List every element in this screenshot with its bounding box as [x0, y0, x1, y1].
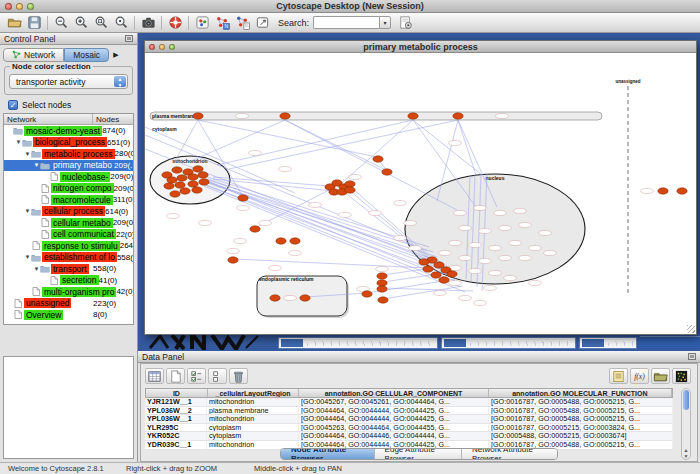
network-node[interactable]: [345, 187, 355, 193]
matrix-button[interactable]: [672, 368, 691, 384]
network-node[interactable]: [172, 167, 182, 173]
expander-icon[interactable]: ▼: [24, 254, 31, 260]
search-dropdown-arrow-icon[interactable]: ▾: [379, 16, 391, 29]
tree-row-unassigned[interactable]: unassigned223(0): [4, 298, 133, 310]
snapshot-button[interactable]: [138, 14, 158, 31]
network-node[interactable]: [677, 188, 687, 194]
network-node[interactable]: [198, 172, 208, 178]
network-node[interactable]: [300, 295, 310, 301]
search-input[interactable]: [313, 16, 379, 29]
vizmapper-button[interactable]: [192, 14, 212, 31]
zoom-selected-button[interactable]: [91, 14, 111, 31]
network-node[interactable]: [170, 191, 180, 197]
open-button[interactable]: [4, 14, 24, 31]
scrollbar-arrows[interactable]: ▲▼: [682, 447, 690, 459]
network-node[interactable]: [382, 169, 392, 175]
network-node[interactable]: [276, 238, 286, 244]
network-node[interactable]: [193, 166, 203, 172]
network-node[interactable]: [164, 183, 174, 189]
network-node[interactable]: [188, 174, 198, 180]
column-header-1[interactable]: _cellularLayoutRegion: [208, 389, 300, 397]
table-row-YJR121W__1[interactable]: YJR121W__1mitochondrion[GO:0045267, GO:0…: [145, 398, 673, 407]
tab-mosaic[interactable]: Mosaic: [64, 48, 109, 62]
tree-row-metabolic-process[interactable]: ▼metabolic process280(0): [4, 148, 133, 160]
tree-row-secretion[interactable]: secretion41(0): [4, 275, 133, 287]
network-node[interactable]: [377, 286, 387, 292]
network-node[interactable]: [177, 175, 187, 181]
network-node[interactable]: [408, 113, 418, 119]
table-row-YKR052C[interactable]: YKR052Ccytoplasm[GO:0044464, GO:0044446,…: [145, 432, 673, 441]
network-node[interactable]: [378, 297, 388, 303]
tree-row-overview[interactable]: Overview8(0): [4, 309, 133, 321]
network-node[interactable]: [431, 272, 441, 278]
network-from-selection-button[interactable]: N: [212, 14, 232, 31]
tree-row-macromolecule[interactable]: macromolecule311(0): [4, 194, 133, 206]
tab-network[interactable]: Network: [3, 48, 64, 62]
network-canvas[interactable]: plasma membranecytoplasmmitochondrionnuc…: [145, 53, 696, 334]
tree-row-cell-communicat[interactable]: cell communicat22(0): [4, 229, 133, 241]
expander-icon[interactable]: ▼: [33, 266, 40, 272]
new-attribute-button[interactable]: [166, 368, 185, 384]
network-node[interactable]: [290, 238, 300, 244]
expander-icon[interactable]: ▼: [24, 151, 31, 157]
background-window-fragment[interactable]: [640, 336, 700, 349]
network-node[interactable]: [439, 277, 449, 283]
network-node[interactable]: [423, 266, 433, 272]
tab-overflow-arrow-icon[interactable]: ▶: [113, 51, 118, 59]
column-header-2[interactable]: annotation.GO CELLULAR_COMPONENT: [299, 389, 488, 397]
select-attributes-button[interactable]: [187, 368, 206, 384]
tree-column-network[interactable]: Network: [4, 114, 93, 124]
float-panel-icon[interactable]: [125, 35, 133, 42]
zoom-in-button[interactable]: [71, 14, 91, 31]
network-node[interactable]: [453, 113, 463, 119]
network-node[interactable]: [658, 188, 668, 194]
background-window-fragment[interactable]: [278, 337, 438, 349]
tree-row-biological-process[interactable]: ▼biological_process651(0): [4, 137, 133, 149]
network-node[interactable]: [167, 177, 177, 183]
tab-edge-attribute-browser[interactable]: Edge Attribute Browser: [375, 449, 462, 459]
zoom-fit-button[interactable]: [111, 14, 131, 31]
tree-row-nucleobase-[interactable]: nucleobase-209(0): [4, 171, 133, 183]
network-node[interactable]: [193, 113, 203, 119]
table-grid-button[interactable]: [145, 368, 164, 384]
resize-grip[interactable]: [687, 325, 695, 333]
network-node[interactable]: [199, 179, 209, 185]
table-row-YPL036W__2[interactable]: YPL036W__2plasma membrane[GO:0044464, GO…: [145, 407, 673, 416]
filter-button[interactable]: [395, 14, 415, 31]
network-node[interactable]: [447, 271, 457, 277]
expander-icon[interactable]: ▼: [33, 162, 40, 168]
import-button[interactable]: [651, 368, 670, 384]
network-node[interactable]: [270, 295, 280, 301]
table-scrollbar[interactable]: ▲▼: [681, 388, 691, 460]
save-button[interactable]: [24, 14, 44, 31]
tree-row-mosaic-demo-yeast[interactable]: mosaic-demo-yeast874(0): [4, 125, 133, 137]
network-node[interactable]: [250, 226, 260, 232]
tree-row-transport[interactable]: ▼transport558(0): [4, 263, 133, 275]
tab-network-attribute-browser[interactable]: Network Attribute Browser: [462, 449, 557, 459]
tree-row-primary-metabo[interactable]: ▼primary metabo209(...: [4, 160, 133, 172]
function-button[interactable]: f(x): [630, 368, 649, 384]
scrollbar-thumb[interactable]: [683, 390, 689, 410]
network-node[interactable]: [238, 195, 248, 201]
column-header-0[interactable]: ID: [146, 389, 208, 397]
network-window-titlebar[interactable]: primary metabolic process: [145, 41, 696, 53]
column-header-3[interactable]: annotation.GO MOLECULAR_FUNCTION: [489, 389, 672, 397]
network-node[interactable]: [377, 273, 387, 279]
network-node[interactable]: [228, 257, 238, 263]
network-node[interactable]: [180, 188, 190, 194]
tree-row-response-to-stimulu[interactable]: response to stimulu264(0): [4, 240, 133, 252]
table-row-YLR295C[interactable]: YLR295Ccytoplasm[GO:0045263, GO:0044464,…: [145, 424, 673, 433]
network-node[interactable]: [434, 262, 444, 268]
node-color-dropdown[interactable]: transporter activity ▲▼: [9, 74, 128, 89]
expander-icon[interactable]: ▼: [24, 208, 31, 214]
background-window-fragment[interactable]: [579, 337, 637, 349]
tab-node-attribute-browser[interactable]: Node Attribute Browser: [281, 449, 375, 459]
network-node[interactable]: [345, 181, 355, 187]
network-node[interactable]: [192, 187, 202, 193]
network-node[interactable]: [362, 291, 372, 297]
table-row-YPL036W__1[interactable]: YPL036W__1mitochondrion[GO:0044464, GO:0…: [145, 415, 673, 424]
network-node[interactable]: [419, 259, 429, 265]
network-node[interactable]: [175, 182, 185, 188]
zoom-out-button[interactable]: [51, 14, 71, 31]
network-file-button[interactable]: [232, 14, 252, 31]
